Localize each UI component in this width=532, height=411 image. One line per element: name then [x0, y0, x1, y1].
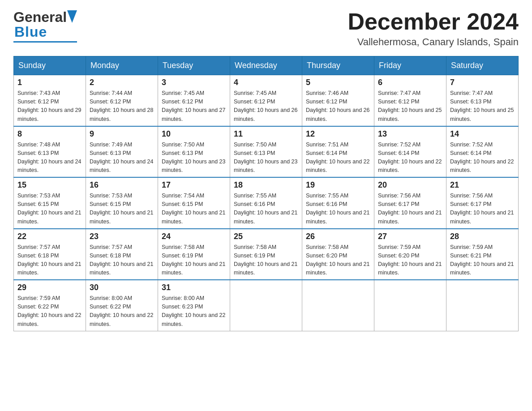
calendar-cell: 21 Sunrise: 7:56 AMSunset: 6:17 PMDaylig…: [446, 177, 519, 229]
week-row-3: 15 Sunrise: 7:53 AMSunset: 6:15 PMDaylig…: [14, 177, 519, 229]
day-info: Sunrise: 7:47 AMSunset: 6:12 PMDaylight:…: [378, 90, 442, 122]
day-number: 24: [162, 232, 226, 241]
day-number: 31: [162, 283, 226, 292]
day-info: Sunrise: 7:53 AMSunset: 6:15 PMDaylight:…: [90, 193, 153, 224]
calendar-cell: 7 Sunrise: 7:47 AMSunset: 6:13 PMDayligh…: [446, 75, 519, 126]
day-info: Sunrise: 7:52 AMSunset: 6:14 PMDaylight:…: [378, 141, 442, 173]
day-info: Sunrise: 8:00 AMSunset: 6:23 PMDaylight:…: [162, 295, 225, 327]
calendar-cell: 1 Sunrise: 7:43 AMSunset: 6:12 PMDayligh…: [14, 75, 86, 126]
day-info: Sunrise: 7:58 AMSunset: 6:20 PMDaylight:…: [306, 244, 369, 276]
day-info: Sunrise: 7:57 AMSunset: 6:18 PMDaylight:…: [90, 244, 153, 276]
day-info: Sunrise: 7:54 AMSunset: 6:15 PMDaylight:…: [162, 193, 225, 224]
day-info: Sunrise: 7:51 AMSunset: 6:14 PMDaylight:…: [306, 141, 369, 173]
day-info: Sunrise: 7:58 AMSunset: 6:19 PMDaylight:…: [162, 244, 225, 276]
calendar-cell: 27 Sunrise: 7:59 AMSunset: 6:20 PMDaylig…: [374, 229, 446, 280]
week-row-2: 8 Sunrise: 7:48 AMSunset: 6:13 PMDayligh…: [14, 126, 519, 178]
day-number: 5: [306, 78, 370, 87]
day-info: Sunrise: 7:49 AMSunset: 6:13 PMDaylight:…: [90, 141, 153, 173]
day-number: 25: [234, 232, 298, 241]
calendar-cell: 28 Sunrise: 7:59 AMSunset: 6:21 PMDaylig…: [446, 229, 519, 280]
day-info: Sunrise: 7:45 AMSunset: 6:12 PMDaylight:…: [234, 90, 297, 122]
calendar-cell: 16 Sunrise: 7:53 AMSunset: 6:15 PMDaylig…: [86, 177, 158, 229]
day-info: Sunrise: 7:48 AMSunset: 6:13 PMDaylight:…: [17, 141, 81, 173]
day-header-saturday: Saturday: [446, 56, 519, 75]
day-info: Sunrise: 7:59 AMSunset: 6:20 PMDaylight:…: [378, 244, 442, 276]
day-number: 1: [17, 78, 82, 87]
day-number: 14: [450, 129, 515, 139]
day-info: Sunrise: 7:56 AMSunset: 6:17 PMDaylight:…: [450, 193, 514, 224]
day-number: 3: [162, 78, 226, 87]
calendar-cell: 12 Sunrise: 7:51 AMSunset: 6:14 PMDaylig…: [302, 126, 374, 178]
title-block: December 2024 Vallehermosa, Canary Islan…: [348, 9, 519, 48]
day-header-monday: Monday: [86, 56, 158, 75]
calendar-cell: 19 Sunrise: 7:55 AMSunset: 6:16 PMDaylig…: [302, 177, 374, 229]
day-number: 29: [17, 283, 82, 292]
calendar-cell: 31 Sunrise: 8:00 AMSunset: 6:23 PMDaylig…: [158, 280, 230, 331]
day-number: 27: [378, 232, 442, 241]
calendar-cell: 9 Sunrise: 7:49 AMSunset: 6:13 PMDayligh…: [86, 126, 158, 178]
day-number: 7: [450, 78, 515, 87]
day-header-row: SundayMondayTuesdayWednesdayThursdayFrid…: [14, 56, 519, 75]
day-info: Sunrise: 7:58 AMSunset: 6:19 PMDaylight:…: [234, 244, 297, 276]
day-number: 6: [378, 78, 442, 87]
calendar-cell: [302, 280, 374, 331]
day-number: 11: [234, 129, 298, 139]
day-number: 26: [306, 232, 370, 241]
day-number: 12: [306, 129, 370, 139]
logo-general-text: General: [13, 9, 67, 26]
logo-blue-text: Blue: [14, 24, 47, 40]
day-info: Sunrise: 8:00 AMSunset: 6:22 PMDaylight:…: [90, 295, 153, 327]
day-info: Sunrise: 7:50 AMSunset: 6:13 PMDaylight:…: [234, 141, 297, 173]
day-number: 8: [17, 129, 82, 139]
svg-marker-0: [67, 10, 77, 23]
calendar-cell: 6 Sunrise: 7:47 AMSunset: 6:12 PMDayligh…: [374, 75, 446, 126]
calendar-cell: 30 Sunrise: 8:00 AMSunset: 6:22 PMDaylig…: [86, 280, 158, 331]
month-title: December 2024: [348, 9, 519, 34]
calendar-cell: 3 Sunrise: 7:45 AMSunset: 6:12 PMDayligh…: [158, 75, 230, 126]
day-number: 4: [234, 78, 298, 87]
calendar-cell: 4 Sunrise: 7:45 AMSunset: 6:12 PMDayligh…: [230, 75, 302, 126]
location-text: Vallehermosa, Canary Islands, Spain: [348, 36, 519, 48]
calendar-cell: 25 Sunrise: 7:58 AMSunset: 6:19 PMDaylig…: [230, 229, 302, 280]
logo-underline: [13, 41, 77, 43]
calendar-cell: 22 Sunrise: 7:57 AMSunset: 6:18 PMDaylig…: [14, 229, 86, 280]
day-number: 28: [450, 232, 515, 241]
day-header-sunday: Sunday: [14, 56, 86, 75]
day-info: Sunrise: 7:50 AMSunset: 6:13 PMDaylight:…: [162, 141, 225, 173]
calendar-cell: 18 Sunrise: 7:55 AMSunset: 6:16 PMDaylig…: [230, 177, 302, 229]
day-info: Sunrise: 7:43 AMSunset: 6:12 PMDaylight:…: [17, 90, 81, 122]
day-info: Sunrise: 7:59 AMSunset: 6:21 PMDaylight:…: [450, 244, 514, 276]
calendar-cell: 15 Sunrise: 7:53 AMSunset: 6:15 PMDaylig…: [14, 177, 86, 229]
calendar-cell: 5 Sunrise: 7:46 AMSunset: 6:12 PMDayligh…: [302, 75, 374, 126]
day-info: Sunrise: 7:47 AMSunset: 6:13 PMDaylight:…: [450, 90, 514, 122]
day-info: Sunrise: 7:56 AMSunset: 6:17 PMDaylight:…: [378, 193, 442, 224]
logo-triangle-icon: [67, 10, 77, 23]
calendar-cell: [446, 280, 519, 331]
day-number: 9: [90, 129, 154, 139]
calendar-cell: 8 Sunrise: 7:48 AMSunset: 6:13 PMDayligh…: [14, 126, 86, 178]
day-header-friday: Friday: [374, 56, 446, 75]
calendar-cell: 11 Sunrise: 7:50 AMSunset: 6:13 PMDaylig…: [230, 126, 302, 178]
calendar-cell: 13 Sunrise: 7:52 AMSunset: 6:14 PMDaylig…: [374, 126, 446, 178]
day-number: 13: [378, 129, 442, 139]
day-info: Sunrise: 7:53 AMSunset: 6:15 PMDaylight:…: [17, 193, 81, 224]
day-info: Sunrise: 7:59 AMSunset: 6:22 PMDaylight:…: [17, 295, 81, 327]
day-info: Sunrise: 7:46 AMSunset: 6:12 PMDaylight:…: [306, 90, 369, 122]
day-number: 20: [378, 180, 442, 190]
calendar-cell: 2 Sunrise: 7:44 AMSunset: 6:12 PMDayligh…: [86, 75, 158, 126]
calendar-cell: 14 Sunrise: 7:52 AMSunset: 6:14 PMDaylig…: [446, 126, 519, 178]
day-number: 16: [90, 180, 154, 190]
day-number: 19: [306, 180, 370, 190]
day-info: Sunrise: 7:55 AMSunset: 6:16 PMDaylight:…: [306, 193, 369, 224]
day-number: 30: [90, 283, 154, 292]
calendar-table: SundayMondayTuesdayWednesdayThursdayFrid…: [13, 56, 519, 331]
day-number: 15: [17, 180, 82, 190]
day-info: Sunrise: 7:52 AMSunset: 6:14 PMDaylight:…: [450, 141, 514, 173]
week-row-1: 1 Sunrise: 7:43 AMSunset: 6:12 PMDayligh…: [14, 75, 519, 126]
week-row-5: 29 Sunrise: 7:59 AMSunset: 6:22 PMDaylig…: [14, 280, 519, 331]
calendar-cell: 10 Sunrise: 7:50 AMSunset: 6:13 PMDaylig…: [158, 126, 230, 178]
logo: General Blue: [13, 9, 77, 43]
calendar-cell: 23 Sunrise: 7:57 AMSunset: 6:18 PMDaylig…: [86, 229, 158, 280]
calendar-cell: 20 Sunrise: 7:56 AMSunset: 6:17 PMDaylig…: [374, 177, 446, 229]
week-row-4: 22 Sunrise: 7:57 AMSunset: 6:18 PMDaylig…: [14, 229, 519, 280]
